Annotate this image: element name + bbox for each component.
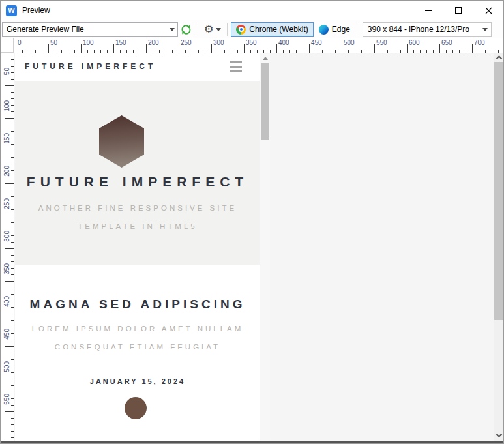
hero-section: FUTURE IMPERFECT ANOTHER FINE RESPONSIVE…: [15, 81, 260, 265]
edge-label: Edge: [332, 25, 350, 34]
window-scrollbar[interactable]: [494, 53, 504, 441]
refresh-button[interactable]: [178, 22, 194, 37]
canvas-background: [270, 53, 494, 441]
ruler-label: 400: [3, 296, 10, 307]
gear-icon: ⚙: [204, 24, 213, 35]
avatar: [125, 397, 147, 419]
window-title: Preview: [22, 6, 50, 15]
hero-title: FUTURE IMPERFECT: [15, 174, 260, 190]
mobile-scrollbar[interactable]: [260, 53, 270, 441]
scroll-up-chevron-icon[interactable]: [496, 54, 503, 61]
post-date: JANUARY 15, 2024: [15, 377, 260, 385]
ruler-label: 100: [3, 100, 10, 111]
generate-preview-label: Generate Preview File: [7, 25, 84, 34]
window-controls: [413, 1, 503, 20]
chevron-down-icon[interactable]: [166, 23, 177, 36]
vertical-ruler: 50100150200250300350400450500550: [1, 53, 14, 441]
maximize-icon: [455, 7, 462, 14]
toolbar: Generate Preview File ⚙ Chrome (Webkit) …: [1, 20, 503, 38]
ruler-tick: [5, 53, 14, 53]
preview-canvas: FUTURE IMPERFECT FUTURE IMPERFECT ANOTHE…: [14, 53, 504, 441]
mobile-viewport: FUTURE IMPERFECT FUTURE IMPERFECT ANOTHE…: [15, 53, 260, 441]
close-icon: [485, 7, 492, 14]
ruler-label: 200: [148, 39, 159, 46]
ruler-label: 200: [3, 166, 10, 177]
ruler-tick: [5, 314, 14, 314]
ruler-label: 150: [3, 133, 10, 144]
toolbar-separator: [359, 23, 359, 36]
ruler-label: 700: [474, 39, 485, 46]
maximize-button[interactable]: [443, 1, 473, 20]
ruler-tick: [244, 44, 245, 53]
toolbar-separator: [227, 23, 228, 36]
ruler-label: 250: [181, 39, 192, 46]
site-brand[interactable]: FUTURE IMPERFECT: [25, 62, 156, 71]
ruler-tick: [309, 44, 310, 53]
ruler-tick: [5, 411, 14, 412]
ruler-tick: [5, 151, 14, 151]
generate-preview-combobox[interactable]: Generate Preview File: [2, 22, 178, 37]
ruler-tick: [5, 183, 14, 184]
title-bar: W Preview: [1, 1, 503, 20]
ruler-label: 450: [311, 39, 322, 46]
hexagon-logo: [99, 115, 144, 168]
ruler-tick: [5, 118, 14, 119]
ruler-tick: [407, 44, 408, 53]
window-scrollbar-thumb[interactable]: [494, 62, 504, 320]
window-bottom-edge: [1, 441, 503, 444]
minimize-button[interactable]: [413, 1, 443, 20]
hero-subtitle-line2: TEMPLATE IN HTML5: [15, 222, 260, 230]
ruler-label: 250: [3, 198, 10, 209]
scroll-down-chevron-icon[interactable]: [496, 432, 503, 439]
ruler-label: 150: [115, 39, 126, 46]
ruler-label: 650: [441, 39, 452, 46]
ruler-label: 50: [3, 68, 10, 75]
ruler-tick: [374, 44, 375, 53]
ruler-tick: [16, 44, 16, 53]
close-button[interactable]: [473, 1, 503, 20]
mobile-scrollbar-thumb[interactable]: [261, 63, 269, 140]
header-divider: [216, 56, 216, 78]
edge-button[interactable]: Edge: [314, 22, 355, 37]
chrome-icon: [236, 25, 246, 35]
ruler-label: 350: [246, 39, 257, 46]
preview-window: W Preview Generate Preview File ⚙: [0, 0, 504, 444]
chrome-webkit-label: Chrome (Webkit): [249, 25, 308, 34]
ruler-label: 400: [278, 39, 289, 46]
ruler-tick: [439, 44, 440, 53]
ruler-tick: [342, 44, 342, 53]
ruler-tick: [211, 44, 212, 53]
ruler-tick: [472, 44, 473, 53]
refresh-icon: [181, 24, 192, 35]
ruler-label: 600: [409, 39, 420, 46]
settings-button[interactable]: ⚙: [201, 22, 224, 37]
ruler-tick: [5, 216, 14, 216]
ruler-tick: [81, 44, 82, 53]
ruler-tick: [5, 346, 14, 347]
ruler-tick: [5, 281, 14, 282]
device-size-combobox[interactable]: 390 x 844 - iPhone 12/13/Pro: [363, 22, 492, 37]
ruler-tick: [5, 85, 14, 86]
ruler-label: 500: [3, 361, 10, 372]
chevron-down-icon: [216, 28, 221, 31]
ruler-label: 0: [18, 39, 22, 46]
app-icon: W: [6, 5, 17, 16]
ruler-label: 300: [3, 231, 10, 242]
toolbar-separator: [198, 23, 198, 36]
post-title[interactable]: MAGNA SED ADIPISCING: [15, 297, 260, 312]
hamburger-menu-icon[interactable]: [230, 61, 242, 72]
ruler-tick: [113, 44, 114, 53]
post-section: MAGNA SED ADIPISCING LOREM IPSUM DOLOR A…: [15, 265, 260, 441]
ruler-label: 50: [50, 39, 57, 46]
horizontal-ruler: 0501001502002503003504004505005506006507…: [14, 38, 504, 53]
post-subtitle-line2: CONSEQUAT ETIAM FEUGIAT: [15, 343, 260, 351]
scroll-up-arrow-icon[interactable]: [263, 57, 268, 60]
post-subtitle-line1: LOREM IPSUM DOLOR AMET NULLAM: [15, 325, 260, 333]
edge-icon: [319, 25, 329, 35]
ruler-label: 300: [213, 39, 224, 46]
chevron-down-icon[interactable]: [480, 23, 491, 36]
ruler-corner: [1, 38, 14, 53]
ruler-tick: [48, 44, 49, 53]
chrome-webkit-button[interactable]: Chrome (Webkit): [231, 22, 313, 37]
ruler-label: 450: [3, 329, 10, 340]
